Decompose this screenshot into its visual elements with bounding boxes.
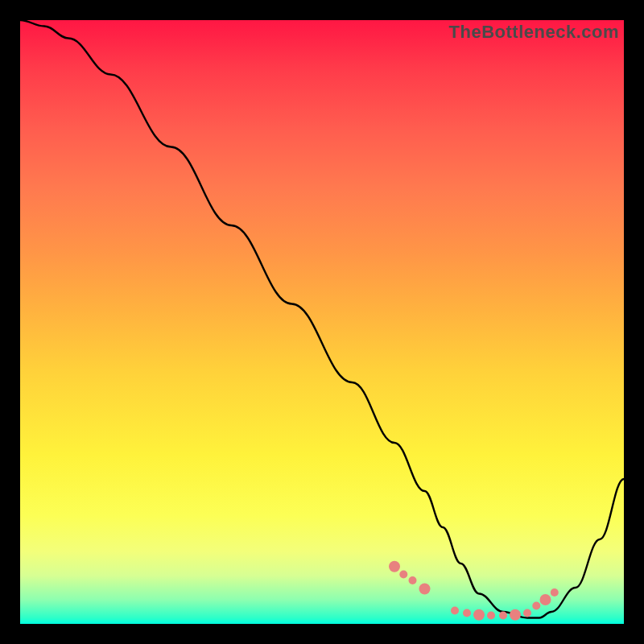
curve-layer xyxy=(20,20,624,624)
trough-marker-dot xyxy=(532,602,540,610)
trough-marker-dot xyxy=(487,612,495,620)
trough-marker-dot xyxy=(409,576,417,584)
trough-markers xyxy=(389,561,559,621)
trough-marker-dot xyxy=(419,584,431,595)
plot-area: TheBottleneck.com xyxy=(20,20,624,624)
trough-marker-dot xyxy=(551,588,559,597)
trough-marker-dot xyxy=(399,571,407,579)
trough-marker-dot xyxy=(540,594,551,605)
trough-marker-dot xyxy=(451,607,459,615)
bottleneck-curve xyxy=(20,20,624,618)
trough-marker-dot xyxy=(510,609,521,621)
trough-marker-dot xyxy=(523,609,531,617)
trough-marker-dot xyxy=(389,561,400,572)
trough-marker-dot xyxy=(473,609,485,621)
trough-marker-dot xyxy=(463,609,471,617)
trough-marker-dot xyxy=(499,612,507,620)
